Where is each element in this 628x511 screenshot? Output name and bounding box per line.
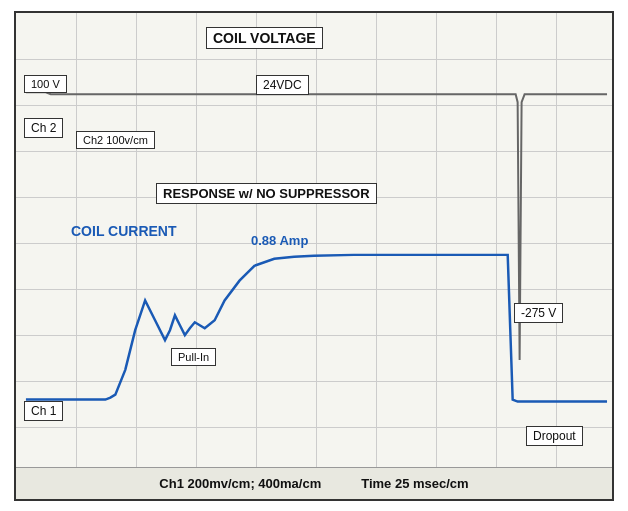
24vdc-label: 24VDC [256, 75, 309, 95]
oscilloscope-display: COIL VOLTAGE 100 V 24VDC Ch 2 Ch2 100v/c… [14, 11, 614, 501]
dropout-label: Dropout [526, 426, 583, 446]
bottom-bar: Ch1 200mv/cm; 400ma/cm Time 25 msec/cm [16, 467, 612, 499]
100v-label: 100 V [24, 75, 67, 93]
amp-label: 0.88 Amp [251, 233, 308, 248]
ch1-scale-label: Ch1 200mv/cm; 400ma/cm [159, 476, 321, 491]
pull-in-label: Pull-In [171, 348, 216, 366]
response-label: RESPONSE w/ NO SUPPRESSOR [156, 183, 377, 204]
ch2-label: Ch 2 [24, 118, 63, 138]
ch1-label: Ch 1 [24, 401, 63, 421]
neg275v-label: -275 V [514, 303, 563, 323]
coil-voltage-label: COIL VOLTAGE [206, 27, 323, 49]
waveform-canvas [16, 13, 612, 467]
ch2-scale-label: Ch2 100v/cm [76, 131, 155, 149]
time-scale-label: Time 25 msec/cm [361, 476, 468, 491]
grid [16, 13, 612, 467]
coil-current-label: COIL CURRENT [71, 223, 177, 239]
outer-container: COIL VOLTAGE 100 V 24VDC Ch 2 Ch2 100v/c… [0, 0, 628, 511]
